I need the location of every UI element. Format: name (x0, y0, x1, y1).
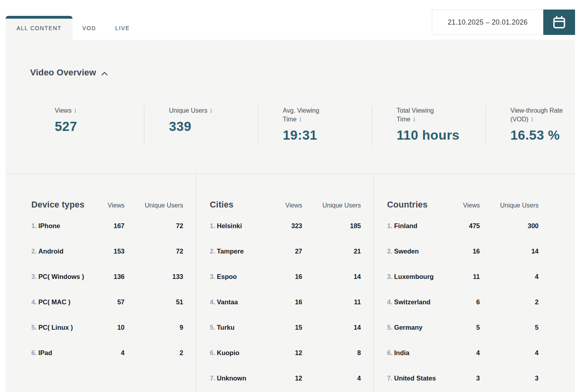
column-header-unique-users: Unique Users (125, 202, 183, 209)
row-rank: 4. (210, 298, 215, 306)
row-name-cell: 1.Helsinki (210, 221, 272, 231)
stats-row: Viewsi 527 Unique Usersi 339 Avg. Viewin… (30, 106, 575, 146)
row-views: 323 (272, 221, 302, 231)
table-row: 7.Unknown 12 4 (210, 373, 361, 383)
stat-card: Total Viewing Timei 110 hours (372, 106, 485, 146)
stat-label-row: View-through Rate (VOD)i (510, 106, 567, 124)
content-tabs: ALL CONTENT VOD LIVE (6, 16, 139, 40)
row-rank: 2. (210, 248, 215, 255)
row-unique-users: 14 (302, 271, 361, 282)
tab-label: ALL CONTENT (17, 25, 62, 31)
stat-card: Unique Usersi 339 (144, 106, 258, 146)
tab-label: LIVE (115, 25, 130, 31)
breakdown-table: Device types Views Unique Users 1.IPhone… (6, 174, 196, 392)
row-views: 4 (450, 348, 480, 358)
row-name: PC( Windows ) (38, 273, 84, 280)
stat-label-row: Avg. Viewing Timei (283, 106, 339, 124)
row-name-cell: 5.Germany (387, 322, 450, 332)
row-name-cell: 3.PC( Windows ) (31, 271, 95, 282)
table-row: 5.PC( Linux ) 10 9 (31, 322, 183, 332)
row-name-cell: 7.United States (387, 373, 450, 383)
row-name: Finland (394, 222, 418, 229)
row-views: 167 (95, 221, 125, 231)
row-name: IPhone (38, 222, 60, 229)
row-name: Unknown (217, 375, 246, 382)
row-views: 12 (272, 348, 302, 358)
row-rank: 3. (31, 273, 37, 280)
row-name-cell: 2.Sweden (387, 246, 450, 256)
row-rank: 4. (31, 298, 37, 306)
info-icon[interactable]: i (531, 116, 533, 123)
row-name-cell: 3.Espoo (210, 271, 272, 282)
row-rank: 6. (31, 349, 37, 356)
row-views: 475 (450, 221, 480, 231)
row-unique-users: 5 (480, 322, 539, 332)
info-icon[interactable]: i (413, 116, 415, 123)
row-name-cell: 3.Luxembourg (387, 271, 450, 282)
table-row: 6.IPad 4 2 (31, 348, 183, 358)
table-row: 3.PC( Windows ) 136 133 (31, 271, 183, 282)
date-range-value[interactable]: 21.10.2025 – 20.01.2026 (432, 10, 543, 35)
row-unique-users: 4 (480, 271, 539, 282)
table-row: 2.Android 153 72 (31, 246, 183, 256)
row-unique-users: 3 (480, 373, 539, 383)
section-header: Video Overview (30, 67, 575, 79)
table-row: 1.Helsinki 323 185 (210, 221, 361, 231)
table-row: 4.Switzerland 6 2 (387, 297, 539, 307)
table-title: Countries (387, 200, 450, 210)
row-unique-users: 21 (302, 246, 361, 256)
table-header: Countries Views Unique Users (387, 174, 539, 210)
column-header-unique-users: Unique Users (302, 202, 361, 209)
table-row: 7.United States 3 3 (387, 373, 539, 383)
row-unique-users: 72 (125, 246, 183, 256)
row-unique-users: 72 (125, 221, 183, 231)
stat-label: Unique Users (169, 107, 207, 114)
breakdown-table: Cities Views Unique Users 1.Helsinki 323… (196, 174, 373, 392)
row-unique-users: 133 (125, 271, 183, 282)
row-unique-users: 8 (302, 348, 361, 358)
tab-vod[interactable]: VOD (73, 16, 106, 40)
row-name-cell: 6.IPad (31, 348, 95, 358)
tab-all-content[interactable]: ALL CONTENT (6, 16, 73, 40)
table-header: Cities Views Unique Users (210, 174, 361, 210)
row-name-cell: 2.Tampere (210, 246, 272, 256)
row-unique-users: 300 (480, 221, 539, 231)
breakdown-tables: Device types Views Unique Users 1.IPhone… (6, 173, 575, 392)
row-views: 11 (450, 271, 480, 282)
calendar-button[interactable] (543, 10, 575, 35)
row-rank: 5. (387, 324, 393, 331)
info-icon[interactable]: i (210, 107, 212, 114)
table-row: 3.Espoo 16 14 (210, 271, 361, 282)
calendar-icon (552, 15, 567, 30)
row-rank: 6. (387, 349, 393, 356)
row-name-cell: 6.India (387, 348, 450, 358)
row-name: India (394, 349, 410, 356)
table-row: 4.PC( MAC ) 57 51 (31, 297, 183, 307)
row-name: Helsinki (217, 222, 242, 229)
row-name: PC( Linux ) (38, 324, 73, 331)
column-header-views: Views (95, 202, 125, 209)
info-icon[interactable]: i (74, 107, 76, 114)
stat-label: Total Viewing Time (397, 107, 434, 123)
row-unique-users: 14 (480, 246, 539, 256)
row-rank: 7. (387, 375, 393, 382)
row-rank: 3. (210, 273, 215, 280)
row-name: IPad (38, 349, 52, 356)
row-views: 10 (95, 322, 125, 332)
chevron-up-icon[interactable] (101, 71, 108, 76)
row-name: United States (394, 375, 436, 382)
row-unique-users: 14 (302, 322, 361, 332)
tab-live[interactable]: LIVE (106, 16, 139, 40)
row-rank: 1. (31, 222, 37, 229)
info-icon[interactable]: i (299, 116, 301, 123)
table-row: 4.Vantaa 16 11 (210, 297, 361, 307)
row-views: 136 (95, 271, 125, 282)
row-rank: 7. (210, 375, 215, 382)
stat-label-row: Unique Usersi (169, 106, 225, 115)
stat-label-row: Total Viewing Timei (397, 106, 453, 124)
row-name: Turku (217, 324, 235, 331)
row-name-cell: 7.Unknown (210, 373, 272, 383)
row-views: 4 (95, 348, 125, 358)
row-name: Germany (394, 324, 423, 331)
row-name-cell: 5.PC( Linux ) (31, 322, 95, 332)
